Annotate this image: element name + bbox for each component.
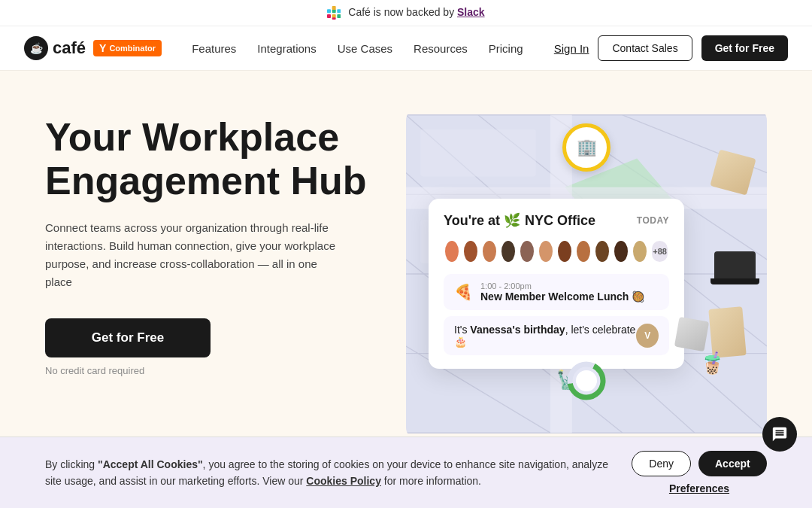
accept-button[interactable]: Accept bbox=[698, 451, 767, 476]
slack-icon bbox=[327, 6, 341, 20]
banner-brand: Café bbox=[348, 6, 371, 18]
avatar bbox=[632, 239, 648, 263]
nav-resources[interactable]: Resources bbox=[414, 42, 468, 55]
birthday-text: It's Vanessa's birthday, let's celebrate… bbox=[454, 324, 636, 348]
cookies-policy-link[interactable]: Cookies Policy bbox=[306, 475, 381, 487]
svg-rect-2 bbox=[332, 10, 336, 14]
get-free-nav-button[interactable]: Get for Free bbox=[701, 35, 788, 61]
nav-pricing[interactable]: Pricing bbox=[489, 42, 523, 55]
office-card: You're at 🌿 NYC Office TODAY +88 bbox=[429, 199, 684, 369]
avatar bbox=[500, 239, 517, 263]
event-title: New Member Welcome Lunch 🥘 bbox=[480, 291, 644, 303]
svg-rect-1 bbox=[332, 14, 336, 18]
hero-description: Connect teams across your organization t… bbox=[45, 219, 346, 291]
avatar bbox=[613, 239, 629, 263]
avatar bbox=[481, 239, 498, 263]
top-banner: Café is now backed by Slack bbox=[0, 0, 812, 26]
avatar-more-count: +88 bbox=[650, 239, 669, 263]
event-row: 🍕 1:00 - 2:00pm New Member Welcome Lunch… bbox=[444, 274, 669, 310]
yc-label: Combinator bbox=[109, 44, 156, 53]
chat-bubble[interactable] bbox=[762, 417, 797, 452]
boba-emoji: 🧋 bbox=[699, 351, 726, 376]
avatar bbox=[462, 239, 479, 263]
contact-sales-button[interactable]: Contact Sales bbox=[598, 35, 692, 61]
office-title: You're at 🌿 NYC Office bbox=[444, 212, 595, 229]
avatar bbox=[575, 239, 592, 263]
nav-actions: Sign In Contact Sales Get for Free bbox=[554, 35, 788, 61]
svg-rect-7 bbox=[332, 18, 336, 20]
today-badge: TODAY bbox=[637, 215, 669, 226]
hero-section: Your Workplace Engagement Hub Connect te… bbox=[0, 71, 812, 440]
hero-left: Your Workplace Engagement Hub Connect te… bbox=[45, 108, 391, 376]
event-time: 1:00 - 2:00pm bbox=[480, 281, 644, 291]
avatar bbox=[519, 239, 535, 263]
svg-point-30 bbox=[576, 370, 597, 391]
decorative-laptop bbox=[714, 251, 756, 280]
cookie-actions: Deny Accept Preferences bbox=[632, 451, 767, 494]
event-info: 1:00 - 2:00pm New Member Welcome Lunch 🥘 bbox=[480, 281, 644, 303]
preferences-button[interactable]: Preferences bbox=[669, 482, 729, 494]
cafe-logo[interactable]: ☕ café bbox=[24, 36, 86, 60]
get-free-hero-button[interactable]: Get for Free bbox=[45, 318, 211, 357]
slack-link[interactable]: Slack bbox=[457, 6, 485, 18]
donut-chart-marker bbox=[565, 360, 607, 402]
event-icon: 🍕 bbox=[454, 283, 473, 301]
yc-y: Y bbox=[99, 42, 106, 54]
banner-text: is now backed by bbox=[374, 6, 457, 18]
map-marker-building: 🏢 bbox=[562, 123, 611, 172]
svg-rect-3 bbox=[338, 10, 341, 14]
cookie-banner: By clicking "Accept All Cookies", you ag… bbox=[0, 437, 812, 508]
svg-rect-0 bbox=[327, 14, 331, 18]
hero-illustration: 🏢 You're at 🌿 NYC Office TODAY bbox=[406, 108, 767, 440]
svg-rect-4 bbox=[327, 10, 331, 14]
office-card-header: You're at 🌿 NYC Office TODAY bbox=[444, 212, 669, 229]
nav-integrations[interactable]: Integrations bbox=[257, 42, 316, 55]
avatar bbox=[444, 239, 460, 263]
logo-area: ☕ café Y Combinator bbox=[24, 36, 162, 60]
svg-rect-24 bbox=[420, 129, 536, 176]
signin-button[interactable]: Sign In bbox=[554, 42, 589, 55]
hero-title: Your Workplace Engagement Hub bbox=[45, 116, 391, 202]
nav-usecases[interactable]: Use Cases bbox=[338, 42, 392, 55]
cookie-text: By clicking "Accept All Cookies", you ag… bbox=[45, 456, 617, 490]
nav-links: Features Integrations Use Cases Resource… bbox=[192, 42, 554, 55]
decorative-box-3 bbox=[674, 317, 709, 351]
no-cc-label: No credit card required bbox=[45, 365, 391, 376]
cookie-buttons: Deny Accept bbox=[632, 451, 766, 476]
avatars-row: +88 bbox=[444, 239, 669, 263]
birthday-row: It's Vanessa's birthday, let's celebrate… bbox=[444, 316, 669, 355]
navbar: ☕ café Y Combinator Features Integration… bbox=[0, 26, 812, 71]
nav-features[interactable]: Features bbox=[192, 42, 236, 55]
avatar bbox=[556, 239, 573, 263]
avatar bbox=[594, 239, 611, 263]
svg-rect-5 bbox=[338, 14, 341, 18]
svg-rect-6 bbox=[332, 6, 336, 10]
avatar bbox=[538, 239, 554, 263]
yc-badge: Y Combinator bbox=[93, 40, 162, 56]
birthday-avatar: V bbox=[636, 324, 659, 348]
deny-button[interactable]: Deny bbox=[632, 451, 691, 476]
cafe-icon: ☕ bbox=[24, 36, 48, 60]
accept-all-text: "Accept All Cookies" bbox=[98, 458, 203, 470]
cafe-logo-text: café bbox=[53, 38, 86, 58]
